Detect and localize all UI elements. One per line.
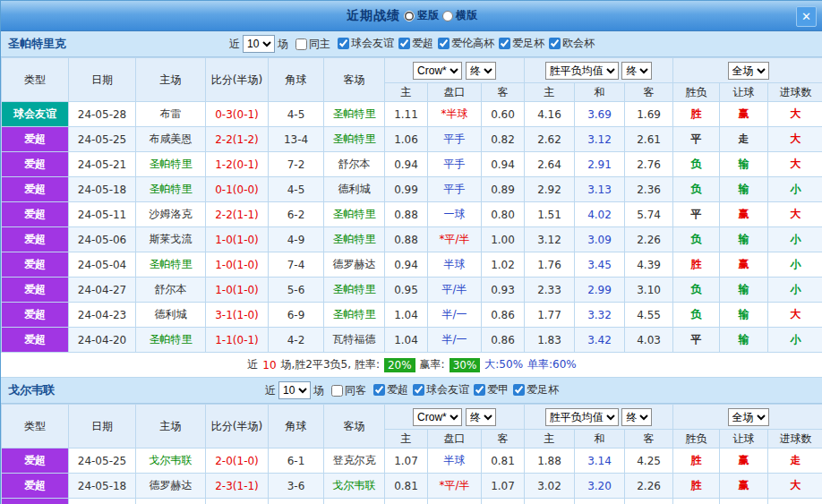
europe-home-odds: 1.85 bbox=[525, 499, 575, 504]
bookmaker-select[interactable]: Crow* bbox=[413, 62, 462, 80]
match-count-select[interactable]: 10 bbox=[278, 381, 311, 399]
league-filter[interactable]: 爱足杯 bbox=[499, 36, 544, 51]
goals-result-cell: 小 bbox=[768, 227, 822, 252]
league-filter[interactable]: 欧会杯 bbox=[549, 36, 595, 51]
league-checkbox[interactable] bbox=[474, 384, 485, 396]
layout-vertical-radio[interactable]: 竖版 bbox=[404, 8, 439, 23]
scope-select[interactable]: 全场 bbox=[728, 408, 769, 426]
league-checkbox[interactable] bbox=[413, 384, 424, 396]
rate-badge: 30% bbox=[450, 358, 481, 372]
asian-away-odds: 0.81 bbox=[482, 448, 525, 474]
match-date: 24-05-18 bbox=[69, 177, 136, 202]
league-filter[interactable]: 爱甲 bbox=[474, 382, 509, 397]
league-filter[interactable]: 球会友谊 bbox=[413, 382, 469, 397]
result-cell: 胜 bbox=[673, 252, 720, 278]
col-type: 类型 bbox=[2, 405, 69, 448]
league-checkbox[interactable] bbox=[338, 38, 349, 49]
league-checkbox[interactable] bbox=[513, 384, 525, 396]
corner-score: 13-4 bbox=[269, 127, 324, 152]
home-team: 沙姆洛克 bbox=[136, 202, 206, 227]
result-cell: 负 bbox=[673, 152, 720, 177]
league-checkbox[interactable] bbox=[373, 384, 385, 396]
home-team: 布雷 bbox=[136, 102, 206, 127]
handicap-result-cell: 输 bbox=[720, 303, 768, 328]
scope-select[interactable]: 全场 bbox=[728, 62, 769, 80]
col-asian-home: 主 bbox=[385, 430, 428, 448]
col-corner: 角球 bbox=[269, 405, 324, 448]
match-count-select[interactable]: 10 bbox=[243, 35, 275, 53]
games-label: 场 bbox=[278, 37, 288, 52]
rate-badge: 20% bbox=[384, 358, 415, 372]
asian-handicap: 半/一 bbox=[428, 303, 482, 328]
europe-draw-odds: 3.13 bbox=[575, 177, 625, 202]
corner-score: 4-5 bbox=[269, 102, 324, 127]
result-cell: 平 bbox=[673, 127, 720, 152]
home-team: 斯莱戈流 bbox=[136, 227, 206, 252]
same-venue-filter[interactable]: 同客 bbox=[331, 383, 366, 398]
final-select-2[interactable]: 终 bbox=[621, 62, 652, 80]
odds-type-select[interactable]: 胜平负均值 bbox=[545, 408, 619, 426]
match-score: 1-0(1-0) bbox=[206, 227, 269, 252]
league-type-cell: 球会友谊 bbox=[2, 102, 69, 127]
asian-home-odds: 1.07 bbox=[385, 448, 428, 474]
bookmaker-select[interactable]: Crow* bbox=[413, 408, 462, 426]
match-score: 1-0(1-0) bbox=[206, 278, 269, 303]
league-checkbox[interactable] bbox=[438, 38, 450, 49]
summary-text: 赢率: bbox=[420, 357, 445, 372]
vertical-radio-input[interactable] bbox=[404, 11, 415, 21]
goals-result-cell: 小 bbox=[768, 499, 822, 504]
summary-text: 10 bbox=[262, 359, 276, 372]
filters-bar: 近 10 场 同主 球会友谊爱超爱伦高杯爱足杯欧会杯 bbox=[229, 35, 595, 53]
goals-result-cell: 大 bbox=[768, 202, 822, 227]
asian-away-odds: 0.86 bbox=[482, 328, 525, 353]
final-select-2[interactable]: 终 bbox=[621, 408, 652, 426]
league-type-cell: 爱超 bbox=[2, 227, 69, 252]
asian-handicap: 半/一 bbox=[428, 499, 482, 504]
same-checkbox[interactable] bbox=[331, 385, 343, 397]
match-row: 爱超24-05-18德罗赫达2-3(1-1)3-6戈尔韦联0.81*平/半1.0… bbox=[2, 474, 822, 499]
final-select[interactable]: 终 bbox=[466, 62, 496, 80]
same-venue-filter[interactable]: 同主 bbox=[295, 37, 330, 52]
match-date: 24-05-28 bbox=[69, 102, 136, 127]
same-checkbox[interactable] bbox=[295, 38, 307, 50]
league-filter[interactable]: 爱超 bbox=[398, 36, 433, 51]
league-filter[interactable]: 爱伦高杯 bbox=[438, 36, 494, 51]
league-filter[interactable]: 爱超 bbox=[373, 382, 408, 397]
league-checkbox[interactable] bbox=[499, 38, 510, 49]
league-checkbox[interactable] bbox=[549, 38, 561, 49]
goals-result-cell: 大 bbox=[768, 474, 822, 499]
section-header: 戈尔韦联 近 10 场 同客 爱超球会友谊爱甲爱足杯 bbox=[1, 378, 822, 404]
section-header: 圣帕特里克 近 10 场 同主 球会友谊爱超爱伦高杯爱足杯欧会杯 bbox=[1, 31, 822, 57]
close-icon[interactable]: ✕ bbox=[796, 6, 817, 27]
asian-home-odds: 1.04 bbox=[385, 303, 428, 328]
handicap-result-cell: 输 bbox=[720, 227, 768, 252]
europe-odds-header: 胜平负均值 终 bbox=[525, 405, 673, 430]
odds-type-select[interactable]: 胜平负均值 bbox=[545, 62, 619, 80]
asian-handicap: 平/半 bbox=[428, 278, 482, 303]
match-rows: 爱超24-05-25戈尔韦联2-0(1-0)6-1登克尔克1.07半球0.811… bbox=[2, 448, 822, 504]
europe-home-odds: 1.88 bbox=[525, 448, 575, 474]
handicap-result-cell: 输 bbox=[720, 328, 768, 353]
asian-away-odds: 1.07 bbox=[482, 474, 525, 499]
league-filter[interactable]: 球会友谊 bbox=[338, 36, 394, 51]
asian-handicap: 半球 bbox=[428, 252, 482, 278]
horizontal-radio-input[interactable] bbox=[442, 11, 453, 21]
away-team: 圣帕特里 bbox=[324, 278, 385, 303]
final-select[interactable]: 终 bbox=[466, 408, 496, 426]
league-filter[interactable]: 爱足杯 bbox=[513, 382, 559, 397]
europe-away-odds: 4.55 bbox=[625, 303, 673, 328]
home-team: 布咸美恩 bbox=[136, 127, 206, 152]
europe-home-odds: 1.76 bbox=[525, 252, 575, 278]
asian-home-odds: 1.06 bbox=[385, 127, 428, 152]
col-corner: 角球 bbox=[269, 58, 324, 102]
asian-handicap: 半/一 bbox=[428, 328, 482, 353]
games-label: 场 bbox=[313, 383, 324, 398]
asian-handicap: 平手 bbox=[428, 127, 482, 152]
summary-text: 单率:60% bbox=[527, 357, 577, 372]
match-row: 爱超24-05-04圣帕特里1-0(1-0)7-4德罗赫达0.94半球1.021… bbox=[2, 252, 822, 278]
league-checkbox[interactable] bbox=[398, 38, 410, 49]
match-row: 爱超24-04-20圣帕特里1-1(0-1)4-2瓦特福德1.04半/一0.86… bbox=[2, 328, 822, 353]
league-type-cell: 爱超 bbox=[2, 252, 69, 278]
match-score: 1-0(1-0) bbox=[206, 252, 269, 278]
layout-horizontal-radio[interactable]: 横版 bbox=[442, 8, 477, 23]
